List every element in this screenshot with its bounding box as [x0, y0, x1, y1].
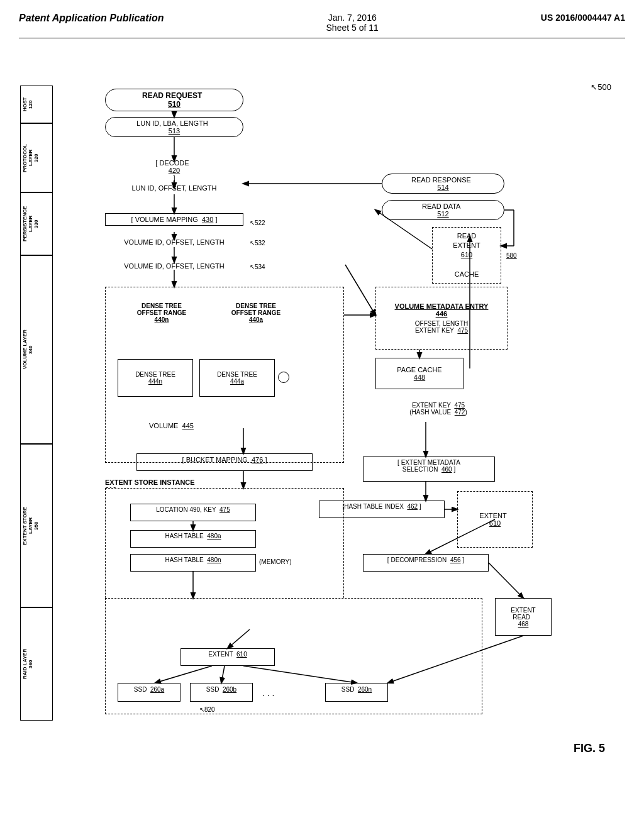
page: Patent Application Publication Jan. 7, 2… — [0, 0, 644, 830]
side-label-volume: VOLUME LAYER340 — [20, 255, 53, 444]
circle-indicator — [278, 372, 289, 383]
ref-500: ↖500 — [591, 82, 611, 92]
patent-number: US 2016/0004447 A1 — [541, 13, 625, 23]
dense-tree-444a-box: DENSE TREE444a — [199, 359, 275, 397]
dense-tree-440a-label: DENSE TREEOFFSET RANGE440a — [212, 302, 300, 323]
ssd-260a-box: SSD 260a — [118, 683, 180, 702]
volume-metadata-entry-box: VOLUME METADATA ENTRY446 OFFSET, LENGTH … — [375, 287, 508, 350]
ref-820: ↖820 — [199, 706, 215, 713]
side-label-persistence: PERSISTENCELAYER330 — [20, 192, 53, 255]
side-label-host: HOST120 — [20, 86, 53, 123]
svg-line-24 — [489, 563, 523, 598]
lun-id-offset-text: LUN ID, OFFSET, LENGTH — [105, 184, 243, 192]
read-response-box: READ RESPONSE 514 — [382, 174, 504, 194]
cache-ref-580: 580 — [506, 252, 517, 259]
ssd-dots: · · · — [262, 690, 274, 700]
vol-id-offset-532: VOLUME ID, OFFSET, LENGTH — [105, 238, 243, 246]
extent-read-box: EXTENTREAD 468 — [495, 598, 552, 636]
side-label-protocol: PROTOCOLLAYER320 — [20, 123, 53, 192]
extent-610-right-box: EXTENT 610 — [457, 491, 533, 548]
svg-line-12 — [345, 265, 375, 315]
publication-title: Patent Application Publication — [19, 13, 164, 24]
extent-key-hash-label: EXTENT KEY 475 (HASH VALUE 472) — [375, 402, 501, 416]
location-key-box: LOCATION 490, KEY 475 — [130, 504, 256, 521]
decode-box: [ DECODE 420 ] — [105, 161, 243, 180]
volume-445-label: VOLUME 445 — [149, 422, 194, 429]
vol-id-offset-534: VOLUME ID, OFFSET, LENGTH — [105, 262, 243, 270]
volume-mapping-box: [ VOLUME MAPPING 430 ] — [105, 213, 243, 226]
extent-metadata-selection-box: [ EXTENT METADATASELECTION 460 ] — [363, 456, 495, 482]
page-cache-box: PAGE CACHE448 — [375, 358, 464, 389]
publication-date: Jan. 7, 2016 — [326, 13, 379, 23]
dense-tree-444n-box: DENSE TREE444n — [118, 359, 193, 397]
sheet-info: Sheet 5 of 11 — [326, 23, 379, 33]
memory-label: (MEMORY) — [259, 558, 291, 565]
read-data-box: READ DATA 512 — [382, 200, 504, 220]
decompression-box: [ DECOMPRESSION 456 ] — [363, 554, 489, 572]
diagram-main: ↖500 READ REQUEST 510 LUN ID, LBA, LENGT… — [55, 51, 618, 774]
side-label-raid: RAID LAYER360 — [20, 607, 53, 721]
side-label-extent-store: EXTENT STORELAYER350 — [20, 444, 53, 607]
hash-table-index-box: [HASH TABLE INDEX 462 ] — [319, 501, 445, 518]
hash-table-480n-box: HASH TABLE 480n — [130, 554, 256, 572]
ref-532: ↖532 — [250, 240, 265, 246]
read-extent-cache-box: READEXTENT 610CACHE — [432, 227, 501, 284]
dense-tree-440n-label: DENSE TREEOFFSET RANGE440n — [118, 302, 206, 323]
header-center: Jan. 7, 2016 Sheet 5 of 11 — [326, 13, 379, 33]
lun-id-lba-box: LUN ID, LBA, LENGTH 513 — [105, 117, 243, 137]
ssd-260n-box: SSD 260n — [325, 683, 388, 702]
ref-534: ↖534 — [250, 263, 265, 270]
read-request-box: READ REQUEST 510 — [105, 89, 243, 111]
ssd-260b-box: SSD 260b — [190, 683, 253, 702]
fig-label: FIG. 5 — [574, 742, 605, 755]
extent-610-bottom-box: EXTENT 610 — [180, 648, 275, 666]
bucket-mapping-box: [ BUCKET MAPPING 476 ] — [136, 453, 313, 471]
side-labels: HOST120 PROTOCOLLAYER320 PERSISTENCELAYE… — [20, 86, 53, 721]
hash-table-480a-box: HASH TABLE 480a — [130, 530, 256, 548]
ref-522: ↖522 — [250, 219, 265, 226]
diagram-container: HOST120 PROTOCOLLAYER320 PERSISTENCELAYE… — [20, 51, 624, 774]
page-header: Patent Application Publication Jan. 7, 2… — [19, 13, 625, 38]
